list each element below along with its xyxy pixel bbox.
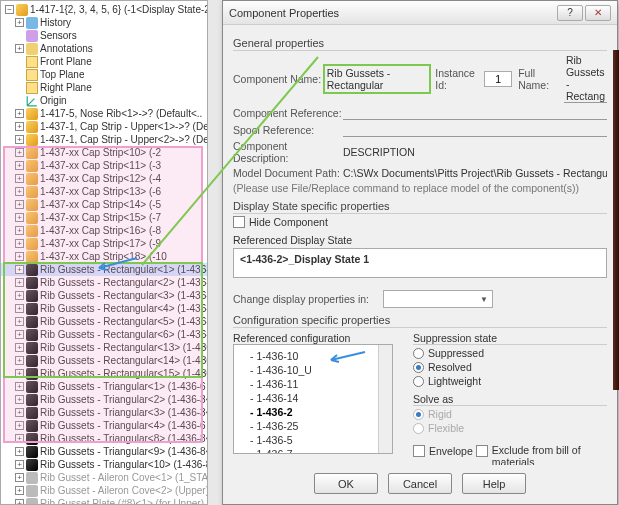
collapse-icon[interactable]: − <box>5 5 14 14</box>
component-node[interactable]: +Rib Gussets - Rectangular<1> (1-436-2<<… <box>1 263 207 276</box>
expand-icon[interactable]: + <box>15 122 24 131</box>
component-node[interactable]: +1-437-xx Cap Strip<16> (-8 <box>1 224 207 237</box>
cancel-button[interactable]: Cancel <box>388 473 452 494</box>
component-name-field[interactable]: Rib Gussets - Rectangular <box>323 64 431 94</box>
component-node[interactable]: +Rib Gussets - Rectangular<13> (1-436-14 <box>1 341 207 354</box>
component-node[interactable]: +1-437-xx Cap Strip<12> (-4 <box>1 172 207 185</box>
expand-icon[interactable]: + <box>15 408 24 417</box>
expand-icon[interactable]: + <box>15 304 24 313</box>
expand-icon[interactable]: + <box>15 174 24 183</box>
component-node[interactable]: +1-437-xx Cap Strip<15> (-7 <box>1 211 207 224</box>
expand-icon[interactable]: + <box>15 395 24 404</box>
expand-icon[interactable]: + <box>15 200 24 209</box>
root-node[interactable]: −1-417-1{2, 3, 4, 5, 6} (-1<Display Stat… <box>1 3 207 16</box>
component-node[interactable]: +Rib Gussets - Triangular<3> (1-436-3<<1… <box>1 406 207 419</box>
expand-icon[interactable]: + <box>15 148 24 157</box>
configuration-list[interactable]: - 1-436-10- 1-436-10_U- 1-436-11- 1-436-… <box>233 344 393 454</box>
expand-icon[interactable]: + <box>15 343 24 352</box>
suppressed-radio[interactable]: Suppressed <box>413 347 607 359</box>
hide-component-checkbox[interactable]: Hide Component <box>233 216 328 228</box>
config-item[interactable]: - 1-436-7 <box>238 447 392 454</box>
component-node[interactable]: +Rib Gussets - Triangular<2> (1-436-3<<1… <box>1 393 207 406</box>
expand-icon[interactable]: + <box>15 499 24 505</box>
expand-icon[interactable]: + <box>15 317 24 326</box>
config-item[interactable]: - 1-436-2 <box>238 405 392 419</box>
component-node[interactable]: +Rib Gussets - Rectangular<5> (1-436-7 <box>1 315 207 328</box>
lightweight-radio[interactable]: Lightweight <box>413 375 607 387</box>
expand-icon[interactable]: + <box>15 369 24 378</box>
expand-icon[interactable]: + <box>15 109 24 118</box>
envelope-checkbox[interactable]: Envelope <box>413 445 473 457</box>
component-node[interactable]: +Rib Gusset Plate (#8)<1> (for Upper) <box>1 497 207 505</box>
config-item[interactable]: - 1-436-14 <box>238 391 392 405</box>
expand-icon[interactable]: + <box>15 135 24 144</box>
component-node[interactable]: +1-417-5, Nose Rib<1>->? (Default<.. <box>1 107 207 120</box>
display-state-list[interactable]: <1-436-2>_Display State 1 <box>233 248 607 278</box>
component-node[interactable]: +1-437-xx Cap Strip<13> (-6 <box>1 185 207 198</box>
component-node[interactable]: +Rib Gussets - Triangular<10> (1-436-8<<… <box>1 458 207 471</box>
expand-icon[interactable]: + <box>15 291 24 300</box>
close-window-button[interactable]: ✕ <box>585 5 611 21</box>
expand-icon[interactable]: + <box>15 252 24 261</box>
component-node[interactable]: +1-437-xx Cap Strip<14> (-5 <box>1 198 207 211</box>
component-reference-field[interactable] <box>343 106 607 120</box>
resolved-radio[interactable]: Resolved <box>413 361 607 373</box>
expand-icon[interactable]: + <box>15 330 24 339</box>
component-node[interactable]: +Rib Gussets - Triangular<4> (1-436-6 <box>1 419 207 432</box>
component-node[interactable]: +Rib Gussets - Rectangular<3> (1-436-2<<… <box>1 289 207 302</box>
component-node[interactable]: +1-437-1, Cap Strip - Upper<1>->? (Defau… <box>1 120 207 133</box>
change-display-combo[interactable]: ▼ <box>383 290 493 308</box>
spool-reference-field[interactable] <box>343 123 607 137</box>
config-item[interactable]: - 1-436-10 <box>238 349 392 363</box>
sensors-node[interactable]: Sensors <box>1 29 207 42</box>
component-node[interactable]: +Rib Gusset - Aileron Cove<2> (Upper) <box>1 484 207 497</box>
expand-icon[interactable]: + <box>15 460 24 469</box>
expand-icon[interactable]: + <box>15 382 24 391</box>
expand-icon[interactable]: + <box>15 356 24 365</box>
scrollbar[interactable] <box>378 345 392 453</box>
expand-icon[interactable]: + <box>15 434 24 443</box>
front-plane-node[interactable]: Front Plane <box>1 55 207 68</box>
annotations-node[interactable]: +Annotations <box>1 42 207 55</box>
help-window-button[interactable]: ? <box>557 5 583 21</box>
ok-button[interactable]: OK <box>314 473 378 494</box>
component-node[interactable]: +Rib Gussets - Rectangular<14> (1-436-10… <box>1 354 207 367</box>
component-node[interactable]: +1-437-1, Cap Strip - Upper<2>->? (Defau… <box>1 133 207 146</box>
component-node[interactable]: +1-437-xx Cap Strip<17> (-9 <box>1 237 207 250</box>
component-node[interactable]: +Rib Gusset - Aileron Cove<1> (1_START H… <box>1 471 207 484</box>
expand-icon[interactable]: + <box>15 213 24 222</box>
component-node[interactable]: +Rib Gussets - Triangular<9> (1-436-8<<1… <box>1 445 207 458</box>
expand-icon[interactable]: + <box>15 486 24 495</box>
component-node[interactable]: +Rib Gussets - Rectangular<15> (1-436-11 <box>1 367 207 380</box>
expand-icon[interactable]: + <box>15 278 24 287</box>
component-node[interactable]: +Rib Gussets - Triangular<1> (1-436-6 <box>1 380 207 393</box>
component-node[interactable]: +1-437-xx Cap Strip<18> (-10 <box>1 250 207 263</box>
origin-node[interactable]: Origin <box>1 94 207 107</box>
config-item[interactable]: - 1-436-25 <box>238 419 392 433</box>
component-node[interactable]: +1-437-xx Cap Strip<11> (-3 <box>1 159 207 172</box>
config-item[interactable]: - 1-436-11 <box>238 377 392 391</box>
dialog-titlebar[interactable]: Component Properties ? ✕ <box>223 1 617 25</box>
config-item[interactable]: - 1-436-10_U <box>238 363 392 377</box>
expand-icon[interactable]: + <box>15 473 24 482</box>
expand-icon[interactable]: + <box>15 447 24 456</box>
display-state-item[interactable]: <1-436-2>_Display State 1 <box>240 253 600 265</box>
component-node[interactable]: +Rib Gussets - Triangular<8> (1-436-8<<1… <box>1 432 207 445</box>
history-node[interactable]: +History <box>1 16 207 29</box>
component-node[interactable]: +Rib Gussets - Rectangular<4> (1-436-7 <box>1 302 207 315</box>
instance-id-field[interactable] <box>484 71 512 87</box>
top-plane-node[interactable]: Top Plane <box>1 68 207 81</box>
config-item[interactable]: - 1-436-5 <box>238 433 392 447</box>
exclude-bom-checkbox[interactable]: Exclude from bill of materials <box>476 444 582 465</box>
expand-icon[interactable]: + <box>15 226 24 235</box>
help-button[interactable]: Help <box>462 473 526 494</box>
expand-icon[interactable]: + <box>15 187 24 196</box>
component-node[interactable]: +1-437-xx Cap Strip<10> (-2 <box>1 146 207 159</box>
expand-icon[interactable]: + <box>15 239 24 248</box>
expand-icon[interactable]: + <box>15 265 24 274</box>
component-node[interactable]: +Rib Gussets - Rectangular<2> (1-436-2<<… <box>1 276 207 289</box>
expand-icon[interactable]: + <box>15 421 24 430</box>
component-node[interactable]: +Rib Gussets - Rectangular<6> (1-436-2<<… <box>1 328 207 341</box>
expand-icon[interactable]: + <box>15 18 24 27</box>
expand-icon[interactable]: + <box>15 161 24 170</box>
